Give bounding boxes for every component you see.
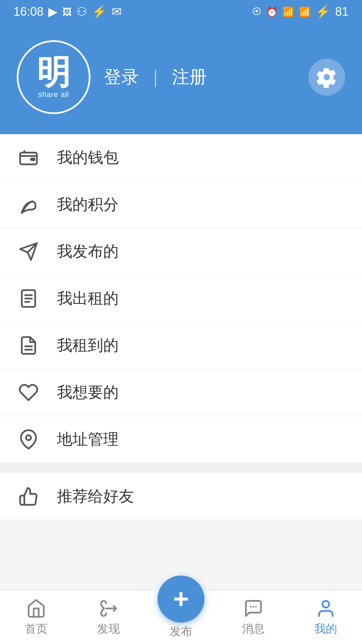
recommend-section: 推荐给好友 [0, 473, 362, 520]
usb-icon: ⚡ [92, 5, 107, 19]
nav-publish-container: 发布 [145, 596, 217, 639]
status-right: ⦿ ⏰ 📶 📶 ⚡ 81 [252, 5, 349, 19]
no-sim-icon: ⦿ [252, 6, 261, 17]
thumbsup-icon [17, 485, 40, 508]
svg-point-9 [26, 435, 31, 440]
nav-item-message[interactable]: 消息 [217, 598, 290, 637]
fish-icon [99, 598, 119, 619]
user-icon [316, 598, 336, 619]
points-label: 我的积分 [57, 194, 119, 215]
nav-publish-label: 发布 [170, 624, 192, 639]
nav-mine-label: 我的 [314, 621, 337, 637]
list-doc-icon [17, 287, 40, 310]
nav-item-home[interactable]: 首页 [0, 598, 72, 637]
section-separator [0, 463, 362, 473]
menu-item-address[interactable]: 地址管理 [0, 416, 362, 463]
person-icon: ⚇ [76, 5, 87, 19]
status-left: 16:08 ▶ 🖼 ⚇ ⚡ ✉ [13, 5, 122, 19]
plus-icon [169, 587, 193, 611]
gear-icon [316, 66, 338, 88]
published-label: 我发布的 [57, 241, 119, 262]
wishlist-label: 我想要的 [57, 382, 119, 403]
image-icon: 🖼 [62, 6, 72, 17]
nav-item-mine[interactable]: 我的 [290, 598, 362, 637]
menu-item-wallet[interactable]: 我的钱包 [0, 134, 362, 181]
renting-label: 我出租的 [57, 288, 119, 309]
register-link[interactable]: 注册 [172, 65, 207, 89]
battery-level: 81 [335, 5, 349, 19]
leaf-icon [17, 193, 40, 216]
address-label: 地址管理 [57, 429, 119, 450]
rented-label: 我租到的 [57, 335, 119, 356]
settings-button[interactable] [308, 59, 345, 96]
status-time: 16:08 [13, 5, 44, 19]
clock-icon: ⏰ [266, 6, 278, 17]
menu-item-published[interactable]: 我发布的 [0, 228, 362, 275]
auth-links: 登录 ｜ 注册 [104, 65, 207, 89]
mail-icon: ✉ [112, 5, 122, 19]
app-logo: 明 share all [17, 40, 90, 114]
heart-icon [17, 381, 40, 404]
header-left: 明 share all 登录 ｜ 注册 [17, 40, 207, 114]
nav-message-label: 消息 [242, 621, 265, 637]
menu-item-wishlist[interactable]: 我想要的 [0, 369, 362, 416]
login-link[interactable]: 登录 [104, 65, 139, 89]
send-icon [17, 240, 40, 263]
recommend-label: 推荐给好友 [57, 486, 134, 507]
profile-header: 明 share all 登录 ｜ 注册 [0, 23, 362, 134]
menu-item-renting[interactable]: 我出租的 [0, 275, 362, 322]
wifi-icon: 📶 [283, 6, 294, 17]
signal-icon: 📶 [299, 6, 311, 17]
menu-section: 我的钱包 我的积分 我发布的 我出租的 [0, 134, 362, 463]
logo-sub: share all [38, 90, 69, 99]
menu-item-points[interactable]: 我的积分 [0, 181, 362, 228]
menu-item-recommend[interactable]: 推荐给好友 [0, 473, 362, 520]
wallet-label: 我的钱包 [57, 147, 119, 168]
chat-icon [243, 598, 263, 619]
wallet-icon [17, 146, 40, 169]
doc-icon [17, 334, 40, 357]
play-icon: ▶ [48, 5, 58, 19]
status-bar: 16:08 ▶ 🖼 ⚇ ⚡ ✉ ⦿ ⏰ 📶 📶 ⚡ 81 [0, 0, 362, 23]
nav-discover-label: 发现 [97, 621, 120, 637]
location-icon [17, 428, 40, 451]
menu-item-rented[interactable]: 我租到的 [0, 322, 362, 369]
publish-fab[interactable] [158, 576, 204, 623]
svg-point-15 [322, 601, 329, 607]
auth-divider: ｜ [147, 65, 164, 89]
bottom-spacer [0, 520, 362, 580]
home-icon [26, 598, 46, 619]
charge-icon: ⚡ [315, 5, 330, 19]
nav-home-label: 首页 [25, 621, 48, 637]
logo-char: 明 [37, 55, 70, 89]
bottom-nav: 首页 发现 发布 消息 [0, 590, 362, 644]
nav-item-discover[interactable]: 发现 [72, 598, 145, 637]
